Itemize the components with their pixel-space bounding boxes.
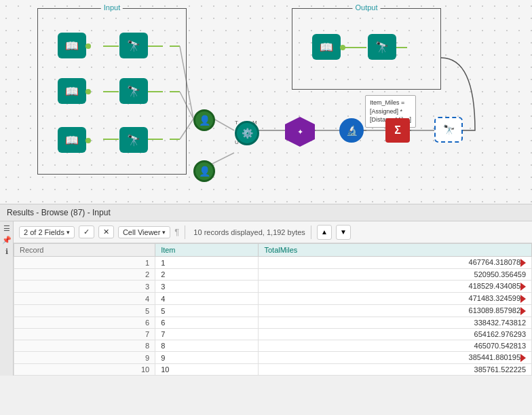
results-panel: Results - Browse (87) - Input ☰ 📌 ℹ 2 of… — [0, 204, 532, 376]
cell-item: 7 — [155, 329, 259, 340]
binoculars-icon-2: 🔭 — [127, 85, 140, 98]
table-row: 11467764.318078 — [14, 257, 532, 269]
cell-viewer-label: Cell Viewer — [123, 228, 160, 236]
lab-node[interactable]: 🔬 — [339, 118, 364, 143]
workflow-canvas: L J R R T M U U Input Output 📖 🔭 📖 🔭 📖 � — [0, 0, 532, 204]
binoculars-node-2[interactable]: 🔭 — [119, 78, 148, 104]
binoculars-output-icon: 🔭 — [443, 124, 455, 135]
person-icon-bottom: 👤 — [199, 166, 210, 177]
cell-viewer-button[interactable]: Cell Viewer ▾ — [118, 226, 170, 238]
table-body: 11467764.31807822520950.35645933418529.4… — [14, 257, 532, 376]
flag-indicator — [520, 283, 526, 291]
connector-3 — [86, 138, 91, 143]
x-icon: ✕ — [103, 228, 109, 236]
checkmark-button[interactable]: ✓ — [79, 225, 94, 238]
results-header-text: Results - Browse (87) - Input — [7, 208, 111, 217]
table-row: 66338432.743812 — [14, 317, 532, 329]
cell-totalmiles: 471483.324599 — [259, 293, 532, 305]
fields-chevron-icon: ▾ — [66, 229, 70, 236]
col-header-record: Record — [14, 244, 155, 257]
table-row: 77654162.976293 — [14, 329, 532, 340]
col-header-totalmiles: TotalMiles — [259, 244, 532, 257]
person-node-bottom[interactable]: 👤 — [193, 160, 215, 182]
output-binoculars-icon: 🔭 — [375, 41, 389, 54]
cell-record: 9 — [14, 352, 155, 364]
cell-viewer-chevron-icon: ▾ — [162, 229, 166, 236]
table-row: 88465070.542813 — [14, 340, 532, 352]
table-row: 22520950.356459 — [14, 269, 532, 281]
cell-totalmiles: 385761.522225 — [259, 364, 532, 376]
person-node-top[interactable]: 👤 — [193, 109, 215, 131]
hex-icon: ✦ — [297, 128, 303, 137]
table-row: 1010385761.522225 — [14, 364, 532, 376]
output-book-node[interactable]: 📖 — [312, 34, 341, 60]
cell-item: 10 — [155, 364, 259, 376]
cell-record: 6 — [14, 317, 155, 329]
book-node-1[interactable]: 📖 — [58, 33, 86, 58]
output-label: Output — [352, 3, 380, 12]
cell-record: 2 — [14, 269, 155, 281]
sum-node[interactable]: Σ — [385, 118, 410, 143]
connector-1 — [86, 43, 91, 49]
join-node[interactable]: ⚙️ — [235, 121, 259, 145]
binoculars-node-output[interactable]: 🔭 — [434, 117, 463, 143]
paragraph-icon: ¶ — [174, 227, 179, 237]
fields-button[interactable]: 2 of 2 Fields ▾ — [19, 226, 75, 238]
binoculars-node-1[interactable]: 🔭 — [119, 33, 148, 58]
cell-totalmiles: 613089.857982 — [259, 305, 532, 317]
cell-item: 6 — [155, 317, 259, 329]
table-row: 99385441.880195 — [14, 352, 532, 364]
cell-totalmiles: 338432.743812 — [259, 317, 532, 329]
check-icon: ✓ — [83, 228, 90, 236]
flag-indicator — [520, 307, 526, 315]
lab-icon: 🔬 — [346, 125, 358, 136]
binoculars-icon-3: 🔭 — [127, 134, 140, 147]
sigma-icon: Σ — [394, 124, 401, 137]
cell-item: 4 — [155, 293, 259, 305]
flag-indicator — [520, 295, 526, 303]
records-info: 10 records displayed, 1,192 bytes — [193, 228, 305, 236]
results-table: Record Item TotalMiles 11467764.31807822… — [14, 243, 532, 376]
output-book-icon: 📖 — [320, 41, 333, 54]
flag-indicator — [520, 259, 526, 267]
cell-item: 9 — [155, 352, 259, 364]
cell-record: 3 — [14, 281, 155, 293]
pin-icon[interactable]: 📌 — [2, 236, 12, 245]
table-row: 55613089.857982 — [14, 305, 532, 317]
svg-line-12 — [214, 119, 234, 130]
cell-record: 5 — [14, 305, 155, 317]
output-connector — [340, 45, 345, 50]
connector-2 — [86, 89, 91, 94]
book-node-2[interactable]: 📖 — [58, 78, 86, 104]
close-button[interactable]: ✕ — [98, 225, 114, 238]
book-icon-3: 📖 — [65, 134, 79, 147]
toolbar-divider-2 — [311, 225, 311, 239]
gear-icon: ⚙️ — [242, 128, 253, 139]
results-toolbar: 2 of 2 Fields ▾ ✓ ✕ Cell Viewer ▾ ¶ 10 r… — [14, 221, 532, 243]
cell-record: 4 — [14, 293, 155, 305]
cell-totalmiles: 467764.318078 — [259, 257, 532, 269]
cell-item: 1 — [155, 257, 259, 269]
book-icon-1: 📖 — [65, 39, 79, 52]
cell-totalmiles: 418529.434085 — [259, 281, 532, 293]
cell-totalmiles: 385441.880195 — [259, 352, 532, 364]
book-node-3[interactable]: 📖 — [58, 127, 86, 153]
cell-item: 2 — [155, 269, 259, 281]
nav-down-button[interactable]: ▼ — [336, 225, 351, 240]
hex-node[interactable]: ✦ — [285, 117, 315, 147]
list-icon[interactable]: ☰ — [3, 224, 10, 233]
info-icon[interactable]: ℹ — [5, 247, 8, 256]
cell-item: 3 — [155, 281, 259, 293]
binoculars-node-3[interactable]: 🔭 — [119, 127, 148, 153]
cell-item: 8 — [155, 340, 259, 352]
output-binoculars-node[interactable]: 🔭 — [368, 34, 396, 60]
left-panel-icons: ☰ 📌 ℹ — [0, 221, 14, 376]
cell-item: 5 — [155, 305, 259, 317]
cell-record: 8 — [14, 340, 155, 352]
col-header-item: Item — [155, 244, 259, 257]
nav-up-button[interactable]: ▲ — [317, 225, 332, 240]
results-header: Results - Browse (87) - Input — [0, 204, 532, 221]
toolbar-divider-1 — [185, 225, 185, 239]
cell-record: 7 — [14, 329, 155, 340]
flag-indicator — [520, 354, 526, 362]
